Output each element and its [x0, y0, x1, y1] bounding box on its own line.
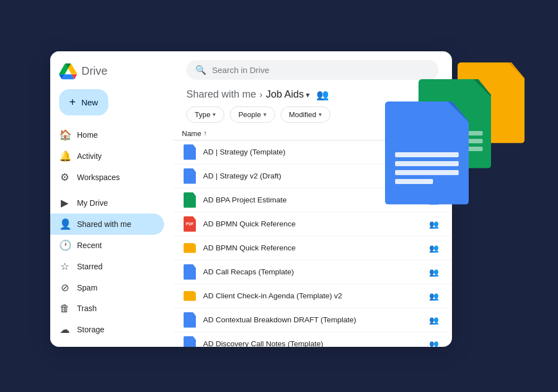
docs-line	[395, 179, 433, 184]
sidebar-item-recent[interactable]: 🕐Recent	[50, 235, 164, 256]
docs-line	[395, 152, 459, 157]
my-drive-icon: ▶	[59, 197, 70, 209]
decorative-file-icons	[402, 62, 525, 219]
search-icon: 🔍	[195, 65, 206, 75]
sidebar-item-my-drive[interactable]: ▶My Drive	[50, 192, 164, 214]
file-icon-slides	[182, 240, 198, 256]
sheets-icon	[184, 192, 196, 208]
trash-label: Trash	[77, 304, 97, 313]
shared-icon: 👥	[429, 292, 439, 301]
docs-icon	[184, 168, 196, 184]
storage-icon: ☁	[59, 323, 70, 336]
slides-icon	[184, 291, 196, 301]
sidebar-item-activity[interactable]: 🔔Activity	[50, 146, 164, 167]
table-row[interactable]: AD Call Recaps (Template)👥	[173, 260, 452, 284]
activity-icon: 🔔	[59, 150, 70, 162]
sort-ascending-icon: ↑	[204, 129, 207, 137]
docs-line	[395, 170, 459, 175]
activity-label: Activity	[77, 152, 102, 161]
file-icon-docs	[182, 336, 198, 347]
logo-area: Drive	[50, 60, 173, 89]
shared-icon: 👥	[429, 244, 439, 253]
docs-line	[395, 161, 459, 166]
blue-file-icon	[385, 101, 469, 205]
sidebar-item-trash[interactable]: 🗑Trash	[50, 298, 164, 319]
shared-icon: 👥	[429, 316, 439, 325]
filter-people-button[interactable]: People▾	[230, 107, 275, 123]
name-column-header[interactable]: Name ↑	[182, 129, 207, 138]
sidebar: Drive + New 🏠Home🔔Activity⚙Workspaces▶My…	[50, 51, 173, 347]
docs-icon	[184, 312, 196, 328]
spam-label: Spam	[77, 283, 98, 292]
breadcrumb-parent[interactable]: Shared with me	[186, 89, 256, 100]
sidebar-item-spam[interactable]: ⊘Spam	[50, 277, 164, 298]
starred-icon: ☆	[59, 260, 70, 273]
search-input[interactable]	[212, 65, 430, 75]
shared-icon: 👥	[429, 220, 439, 229]
new-plus-icon: +	[69, 96, 76, 109]
file-name: AD Call Recaps (Template)	[203, 268, 421, 276]
file-name: AD BPMN Quick Reference	[203, 244, 421, 252]
scene: Drive + New 🏠Home🔔Activity⚙Workspaces▶My…	[50, 35, 508, 358]
filter-type-button[interactable]: Type▾	[186, 107, 224, 123]
docs-icon	[184, 264, 196, 280]
sidebar-item-home[interactable]: 🏠Home	[50, 124, 164, 146]
file-icon-docs	[182, 168, 198, 184]
sidebar-item-starred[interactable]: ☆Starred	[50, 256, 164, 277]
slides-icon	[184, 243, 196, 253]
file-name: AD Discovery Call Notes (Template)	[203, 340, 421, 347]
workspaces-icon: ⚙	[59, 171, 70, 183]
file-icon-pdf: PDF	[182, 216, 198, 232]
pdf-icon: PDF	[184, 216, 196, 232]
shared-icon: 👥	[429, 340, 439, 347]
nav-container: 🏠Home🔔Activity⚙Workspaces▶My Drive👤Share…	[50, 124, 173, 340]
file-icon-slides	[182, 288, 198, 304]
shared-icon: 👥	[429, 268, 439, 277]
docs-icon	[184, 336, 196, 347]
breadcrumb-current-label: Job Aids	[266, 89, 304, 100]
breadcrumb-current: Job Aids ▾	[266, 89, 310, 100]
docs-lines	[395, 152, 459, 188]
new-button[interactable]: + New	[59, 89, 108, 115]
table-row[interactable]: AD BPMN Quick Reference👥	[173, 236, 452, 260]
new-button-label: New	[81, 98, 98, 107]
filter-type-label: Type	[195, 110, 210, 119]
breadcrumb-people-icon[interactable]: 👥	[316, 89, 329, 101]
filter-people-label: People	[238, 110, 261, 119]
filter-type-chevron-icon: ▾	[213, 111, 216, 118]
sidebar-item-storage[interactable]: ☁Storage	[50, 319, 164, 340]
file-name: AD BPMN Quick Reference	[203, 220, 421, 228]
shared-with-me-label: Shared with me	[77, 220, 131, 229]
sidebar-item-shared-with-me[interactable]: 👤Shared with me	[50, 214, 164, 235]
name-column-label: Name	[182, 129, 201, 138]
drive-logo-icon	[59, 62, 77, 80]
workspaces-label: Workspaces	[77, 173, 120, 182]
docs-icon	[184, 144, 196, 160]
storage-label: Storage	[77, 325, 104, 334]
shared-with-me-icon: 👤	[59, 218, 70, 230]
file-icon-docs	[182, 312, 198, 328]
starred-label: Starred	[77, 262, 103, 271]
spam-icon: ⊘	[59, 282, 70, 294]
file-icon-sheets	[182, 192, 198, 208]
search-box[interactable]: 🔍	[186, 60, 439, 80]
file-name: AD Client Check-in Agenda (Template) v2	[203, 292, 421, 300]
sidebar-item-workspaces[interactable]: ⚙Workspaces	[50, 167, 164, 188]
filter-modified-label: Modified	[289, 110, 316, 119]
storage-area: 25.94 GB used	[50, 340, 173, 347]
recent-icon: 🕐	[59, 239, 70, 251]
breadcrumb-arrow-icon: ›	[259, 90, 262, 100]
filter-modified-chevron-icon: ▾	[319, 111, 322, 118]
table-row[interactable]: AD Client Check-in Agenda (Template) v2👥	[173, 284, 452, 308]
table-row[interactable]: AD Contextual Breakdown DRAFT (Template)…	[173, 308, 452, 332]
breadcrumb-dropdown-icon[interactable]: ▾	[306, 90, 310, 99]
filter-people-chevron-icon: ▾	[263, 111, 267, 118]
filter-modified-button[interactable]: Modified▾	[281, 107, 330, 123]
app-title: Drive	[81, 65, 108, 78]
trash-icon: 🗑	[59, 303, 70, 314]
recent-label: Recent	[77, 241, 102, 250]
table-row[interactable]: AD Discovery Call Notes (Template)👥	[173, 332, 452, 347]
file-icon-docs	[182, 264, 198, 280]
file-name: AD Contextual Breakdown DRAFT (Template)	[203, 316, 421, 324]
file-icon-docs	[182, 144, 198, 160]
